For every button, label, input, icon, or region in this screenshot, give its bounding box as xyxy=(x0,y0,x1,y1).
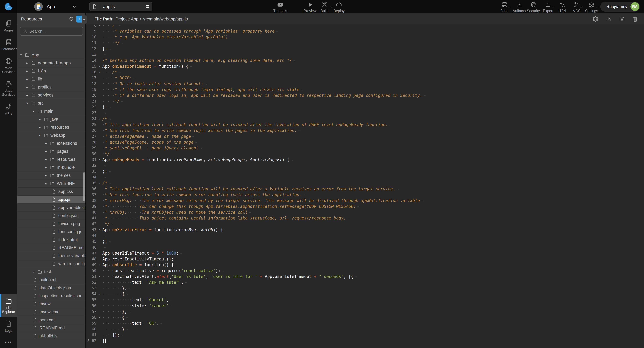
code-line-17[interactable]: 17·····* NOTE: xyxy=(86,75,644,81)
code-line-content[interactable]: ········} xyxy=(102,326,644,332)
code-line-30[interactable]: 30·*/ xyxy=(86,151,644,157)
code-line-20[interactable]: 20·····* if a different user logs in, ap… xyxy=(86,93,644,98)
fold-marker-icon[interactable]: ▾ xyxy=(97,315,102,320)
code-line-content[interactable]: }; xyxy=(102,168,644,174)
code-line-content[interactable]: ·····* if the same user logs in(through … xyxy=(102,87,644,93)
code-line-content[interactable]: ····/* xyxy=(102,69,644,75)
code-line-content[interactable]: App.userIdleTimeout = 5 * 1000; xyxy=(102,250,644,256)
code-line-content[interactable]: ·* Use this function to write common log… xyxy=(102,128,644,133)
expand-arrow-icon[interactable]: ▸ xyxy=(39,125,44,129)
code-line-33[interactable]: 33}; xyxy=(86,168,644,174)
code-line-18[interactable]: 18·····* On re-login after session timeo… xyxy=(86,81,644,87)
app-selector[interactable]: App xyxy=(34,0,77,13)
sidebar-item-pages[interactable]: Pages xyxy=(0,17,17,36)
code-line-36[interactable]: 36·* This application level callback fun… xyxy=(86,186,644,192)
code-line-content[interactable] xyxy=(102,52,644,58)
fold-marker-icon[interactable]: ▾ xyxy=(97,291,102,297)
code-line-content[interactable]: ·····*/ xyxy=(102,40,644,46)
tree-item-app-variables-js[interactable]: app.variables.js xyxy=(17,204,85,212)
tree-scrollbar[interactable] xyxy=(83,172,85,201)
fold-marker-icon[interactable]: ▾ xyxy=(97,63,102,69)
sidebar-item-logs[interactable]: Logs xyxy=(0,317,17,336)
code-line-content[interactable]: ········}, xyxy=(102,285,644,291)
code-line-54[interactable]: 54▾········{ xyxy=(86,291,644,297)
fold-marker-icon[interactable]: ▾ xyxy=(97,69,102,75)
tree-item-font-config-js[interactable]: font.config.js xyxy=(17,228,85,236)
tree-item-rn-bundle[interactable]: ▸rn-bundle xyxy=(17,163,85,171)
refresh-icon[interactable] xyxy=(69,17,74,22)
fold-marker-icon[interactable]: ▾ xyxy=(97,274,102,279)
code-line-content[interactable]: ····]); xyxy=(102,332,644,338)
code-line-23[interactable]: 23 xyxy=(86,110,644,116)
toolbar-item-jobs[interactable]: Jobs xyxy=(497,2,512,13)
code-line-content[interactable]: ····/* xyxy=(102,25,644,28)
code-line-50[interactable]: 50····const reactnative = require('react… xyxy=(86,268,644,274)
code-line-27[interactable]: 27·* activePageName : name of the page xyxy=(86,133,644,139)
tree-item-pages[interactable]: ▸pages xyxy=(17,147,85,155)
toolbar-item-settings[interactable]: Settings xyxy=(584,2,599,13)
sidebar-item-databases[interactable]: Databases xyxy=(0,36,17,54)
code-line-60[interactable]: 60········} xyxy=(86,326,644,332)
toolbar-item-deploy[interactable]: Deploy xyxy=(328,2,350,13)
code-line-61[interactable]: 61····]); xyxy=(86,332,644,338)
code-line-content[interactable]: /* xyxy=(102,180,644,186)
code-line-26[interactable]: 26·* Use this function to write common l… xyxy=(86,128,644,133)
download-file-button[interactable] xyxy=(606,16,612,22)
tree-item-extensions[interactable]: ▸extensions xyxy=(17,139,85,147)
code-line-11[interactable]: 11·····*/ xyxy=(86,40,644,46)
toolbar-item-vcs[interactable]: VCS xyxy=(570,2,584,13)
tree-item-ui-build-js[interactable]: ui-build.js xyxy=(17,332,85,340)
code-line-content[interactable]: ············style: 'cancel' xyxy=(102,303,644,309)
tree-item-readme-md[interactable]: README.md xyxy=(17,244,85,252)
expand-arrow-icon[interactable]: ▸ xyxy=(33,270,38,274)
expand-arrow-icon[interactable]: ▸ xyxy=(26,69,31,73)
delete-file-button[interactable] xyxy=(632,16,638,22)
expand-arrow-icon[interactable]: ▸ xyxy=(45,149,50,153)
code-line-content[interactable] xyxy=(102,110,644,116)
code-line-content[interactable]: App.onSessionTimeout = function() { xyxy=(102,63,644,69)
code-line-content[interactable]: ············text: 'Cancel', xyxy=(102,297,644,303)
code-line-51[interactable]: 51▾····reactnative.Alert.alert('User is … xyxy=(86,274,644,279)
code-line-45[interactable]: 45}; xyxy=(86,239,644,244)
tree-item-app[interactable]: ▾App xyxy=(17,51,85,59)
fold-marker-icon[interactable]: ▾ xyxy=(97,116,102,122)
toolbar-item-tutorials[interactable]: Tutorials xyxy=(269,2,291,13)
collapse-arrow-icon[interactable]: ▾ xyxy=(26,101,31,105)
code-line-19[interactable]: 19·····* if the same user logs in(throug… xyxy=(86,87,644,93)
code-line-content[interactable]: ············text: 'OK', xyxy=(102,320,644,326)
code-line-29[interactable]: 29·* $activePageEl : page jQuery element xyxy=(86,145,644,151)
tree-item-inspection-results-json[interactable]: inspection_results.json xyxy=(17,292,85,300)
code-line-22[interactable]: 22}; xyxy=(86,104,644,110)
tree-item-build-xml[interactable]: build.xml xyxy=(17,276,85,284)
code-line-content[interactable]: ·* This application level callback funct… xyxy=(102,122,644,128)
toolbar-item-export[interactable]: Export xyxy=(540,2,556,13)
grid-icon[interactable] xyxy=(145,4,150,9)
code-line-content[interactable]: }; xyxy=(102,239,644,244)
code-line-content[interactable] xyxy=(102,174,644,180)
code-line-content[interactable]: /* xyxy=(102,116,644,122)
code-line-content[interactable]: ·* errorMsg:····The error message return… xyxy=(102,198,644,204)
tree-item-i18n[interactable]: ▸i18n xyxy=(17,67,85,75)
code-line-44[interactable]: 44 xyxy=(86,233,644,239)
collapse-arrow-icon[interactable]: ▾ xyxy=(39,133,44,137)
tree-item-mvnw[interactable]: mvnw xyxy=(17,300,85,308)
code-line-content[interactable]: }; xyxy=(102,46,644,52)
expand-arrow-icon[interactable]: ▸ xyxy=(45,173,50,177)
sidebar-item-apis[interactable]: APIs xyxy=(0,100,17,119)
tab-app-js[interactable]: app.js xyxy=(90,2,152,11)
tree-item-config-json[interactable]: config.json xyxy=(17,212,85,220)
code-editor[interactable]: 8▾····/*9·····* variables can be accesse… xyxy=(86,25,644,348)
code-line-content[interactable]: ·* This application level callback funct… xyxy=(102,186,644,192)
code-line-58[interactable]: 58▾········{ xyxy=(86,315,644,320)
toolbar-item-artifacts[interactable]: Artifacts xyxy=(511,2,527,13)
tree-item-dataobjects-json[interactable]: dataObjects.json xyxy=(17,284,85,292)
code-line-21[interactable]: 21·····*/ xyxy=(86,98,644,104)
code-line-42[interactable]: 42·*/ xyxy=(86,221,644,227)
code-line-content[interactable]: ············text: 'Ask me later', xyxy=(102,279,644,285)
code-line-content[interactable]: ·* activePageScope: scope of the page xyxy=(102,139,644,145)
expand-arrow-icon[interactable]: ▸ xyxy=(26,93,31,97)
tree-item-java[interactable]: ▸java xyxy=(17,115,85,123)
code-line-12[interactable]: 12}; xyxy=(86,46,644,52)
collapse-arrow-icon[interactable]: ▾ xyxy=(33,109,38,113)
sidebar-item-web-services[interactable]: Web Services xyxy=(0,54,17,77)
